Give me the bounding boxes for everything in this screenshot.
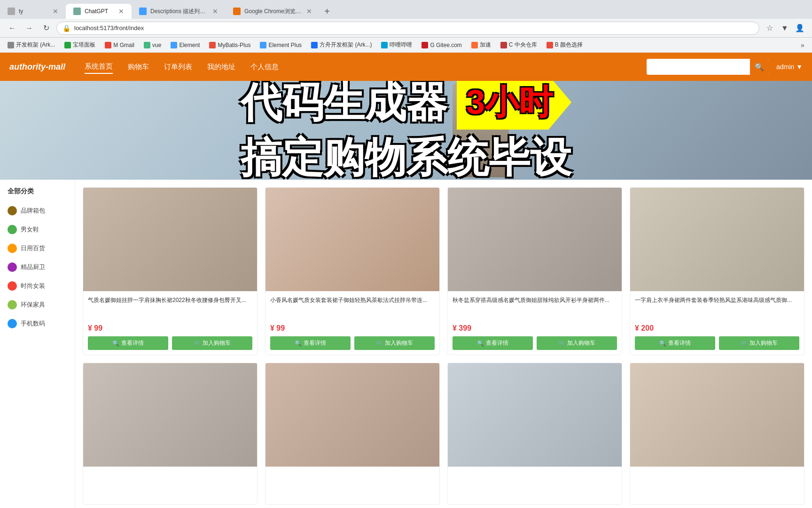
- bookmark-mybatis[interactable]: MyBatis-Plus: [205, 41, 254, 49]
- bookmark-label-color: B 颜色选择: [555, 41, 583, 49]
- tab-close-descriptions[interactable]: ✕: [212, 8, 218, 15]
- bookmark-element[interactable]: Element: [167, 41, 203, 49]
- tab-bar: ty ✕ ChatGPT ✕ Descriptions 描述列表 | Elem.…: [0, 0, 812, 19]
- sidebar-item-shoes[interactable]: 男女鞋: [0, 220, 75, 239]
- tab-chatgpt[interactable]: ChatGPT ✕: [66, 4, 132, 19]
- bookmark-jiasu[interactable]: 加速: [468, 40, 495, 50]
- tab-ty[interactable]: ty ✕: [0, 4, 66, 19]
- add-cart-button-2[interactable]: 🛒 加入购物车: [354, 336, 435, 350]
- product-card-8: [630, 363, 804, 505]
- overlay-text-line2: 搞定购物系统毕设: [241, 130, 571, 180]
- cat-icon-bags: [8, 206, 17, 215]
- sidebar-item-electronics[interactable]: 手机数码: [0, 314, 75, 333]
- nav-address[interactable]: 我的地址: [207, 61, 235, 73]
- profile-button[interactable]: 👤: [793, 22, 806, 35]
- site-logo: authority-mall: [9, 62, 66, 72]
- add-cart-button-3[interactable]: 🛒 加入购物车: [537, 336, 617, 350]
- user-dropdown-icon: ▼: [796, 63, 803, 71]
- product-image-5: [83, 363, 257, 467]
- view-detail-button-2[interactable]: 🔍 查看详情: [270, 336, 351, 350]
- bookmarks-more-button[interactable]: »: [797, 40, 808, 51]
- view-detail-button-1[interactable]: 🔍 查看详情: [88, 336, 168, 350]
- tab-close-chatgpt[interactable]: ✕: [118, 8, 124, 15]
- view-detail-button-3[interactable]: 🔍 查看详情: [453, 336, 533, 350]
- product-card-6: [265, 363, 440, 505]
- bookmark-label-gmail: M Gmail: [113, 42, 134, 48]
- new-tab-button[interactable]: +: [320, 4, 335, 19]
- bookmark-star-button[interactable]: ☆: [763, 22, 776, 35]
- website-content: authority-mall 系统首页 购物车 订单列表 我的地址 个人信息 🔍…: [0, 53, 812, 508]
- nav-orders[interactable]: 订单列表: [164, 61, 192, 73]
- sidebar-item-bags[interactable]: 品牌箱包: [0, 201, 75, 220]
- tab-close-ty[interactable]: ✕: [53, 8, 58, 15]
- products-grid: 气质名媛御姐挂脖一字肩抹胸长裙2022秋冬收腰修身包臀开叉... ¥ 99 🔍 …: [83, 187, 804, 505]
- bookmark-favicon-jiasu: [471, 42, 478, 48]
- user-area[interactable]: admin ▼: [776, 63, 803, 71]
- bookmark-label-zhongyang: C 中央仓库: [509, 41, 537, 49]
- nav-home[interactable]: 系统首页: [85, 60, 113, 74]
- bookmark-favicon-elementplus: [260, 42, 266, 48]
- bookmark-elementplus[interactable]: Element Plus: [256, 41, 305, 49]
- back-button[interactable]: ←: [6, 22, 19, 35]
- bookmark-label-gitee: G Gitee.com: [430, 42, 461, 48]
- bookmark-label-jiasu: 加速: [480, 41, 491, 49]
- bookmark-ark2[interactable]: 方舟开发框架 (Ark...): [307, 40, 375, 50]
- product-info-2: 小香风名媛气质女装套装裙子御姐轻熟风茶歇法式挂脖吊带连... ¥ 99 🔍 查看…: [265, 291, 439, 355]
- tab-chrome[interactable]: Google Chrome浏览器怎么打... ✕: [226, 4, 320, 19]
- bookmark-favicon-gitee: [422, 42, 428, 48]
- search-input[interactable]: [647, 63, 750, 71]
- tab-favicon-descriptions: [139, 8, 147, 15]
- cat-icon-shoes: [8, 225, 17, 234]
- bookmark-favicon-gmail: [105, 42, 111, 48]
- cat-label-shoes: 男女鞋: [21, 225, 39, 234]
- bookmark-gmail[interactable]: M Gmail: [101, 41, 138, 49]
- site-header: authority-mall 系统首页 购物车 订单列表 我的地址 个人信息 🔍…: [0, 53, 812, 81]
- cat-label-furniture: 环保家具: [21, 301, 45, 309]
- product-info-7: [448, 467, 622, 504]
- product-card-4: 一字肩上衣半身裙两件套装春季轻熟风盐系港味高级感气质御... ¥ 200 🔍 查…: [630, 187, 804, 355]
- bookmark-ark[interactable]: 开发框架 (Ark...: [4, 40, 59, 50]
- address-field[interactable]: 🔒 localhost:5173/front/index: [56, 22, 759, 35]
- sidebar-item-kitchen[interactable]: 精品厨卫: [0, 258, 75, 277]
- bookmark-baota[interactable]: 宝塔面板: [61, 40, 99, 50]
- product-image-1: [83, 188, 257, 291]
- bookmark-favicon-vue: [144, 42, 150, 48]
- sidebar-item-furniture[interactable]: 环保家具: [0, 295, 75, 314]
- overlay-badge-text: 3小时: [466, 81, 553, 125]
- product-image-6: [265, 363, 439, 467]
- product-name-3: 秋冬盐系穿搭高级感名媛气质御姐甜辣纯欲风开衫半身裙两件...: [453, 296, 617, 321]
- product-name-8: [635, 471, 799, 497]
- cat-label-fashion: 时尚女装: [21, 282, 45, 290]
- product-image-3: [448, 188, 622, 291]
- tab-descriptions[interactable]: Descriptions 描述列表 | Elem... ✕: [132, 4, 226, 19]
- cat-icon-fashion: [8, 281, 17, 291]
- tab-close-chrome[interactable]: ✕: [306, 8, 312, 15]
- search-button[interactable]: 🔍: [750, 59, 769, 75]
- cat-icon-daily: [8, 244, 17, 253]
- sidebar: 全部分类 品牌箱包 男女鞋 日用百货 精品厨卫 时尚女装: [0, 180, 75, 508]
- product-info-4: 一字肩上衣半身裙两件套装春季轻熟风盐系港味高级感气质御... ¥ 200 🔍 查…: [630, 291, 804, 355]
- sidebar-item-fashion[interactable]: 时尚女装: [0, 277, 75, 295]
- bookmark-label-elementplus: Element Plus: [268, 42, 302, 48]
- bookmark-favicon-color: [547, 42, 553, 48]
- bookmark-label-bilibili: 哔哩哔哩: [390, 41, 412, 49]
- bookmark-vue[interactable]: vue: [140, 41, 165, 49]
- view-detail-button-4[interactable]: 🔍 查看详情: [635, 336, 715, 350]
- hero-banner: 代码生成器 3小时 搞定购物系统毕设: [0, 81, 812, 180]
- product-image-8: [630, 363, 804, 467]
- sidebar-item-daily[interactable]: 日用百货: [0, 239, 75, 258]
- product-price-4: ¥ 200: [635, 324, 799, 333]
- nav-cart[interactable]: 购物车: [128, 61, 149, 73]
- cat-icon-furniture: [8, 300, 17, 310]
- add-cart-button-4[interactable]: 🛒 加入购物车: [719, 336, 799, 350]
- forward-button[interactable]: →: [23, 22, 36, 35]
- bookmark-zhongyang[interactable]: C 中央仓库: [497, 40, 541, 50]
- bookmark-gitee[interactable]: G Gitee.com: [418, 41, 465, 49]
- product-price-3: ¥ 399: [453, 324, 617, 333]
- add-cart-button-1[interactable]: 🛒 加入购物车: [172, 336, 252, 350]
- bookmark-bilibili[interactable]: 哔哩哔哩: [377, 40, 416, 50]
- nav-profile[interactable]: 个人信息: [250, 61, 279, 73]
- reload-button[interactable]: ↻: [39, 22, 53, 35]
- bookmark-color[interactable]: B 颜色选择: [543, 40, 586, 50]
- extensions-button[interactable]: ▼: [778, 22, 791, 35]
